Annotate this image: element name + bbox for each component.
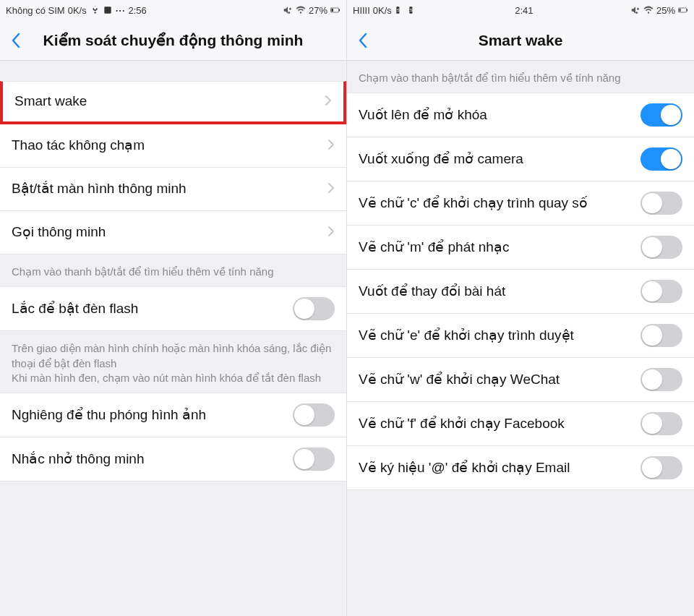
toggle-row-shake-flash[interactable]: Lắc để bật đèn flash xyxy=(0,286,346,331)
toggle-switch[interactable] xyxy=(641,147,682,171)
mute-icon xyxy=(630,5,641,15)
toggle-switch[interactable] xyxy=(293,297,335,320)
more-icon: ··· xyxy=(116,5,126,16)
row-label: Vẽ chữ 'm' để phát nhạc xyxy=(359,239,641,257)
toggle-row[interactable]: Vẽ ký hiệu '@' để khởi chạy Email xyxy=(347,446,694,490)
mute-icon xyxy=(283,5,293,15)
nav-row-smart-call[interactable]: Gọi thông minh xyxy=(0,211,346,254)
toggle-row[interactable]: Vuốt lên để mở khóa xyxy=(347,93,694,137)
nav-row-air-operation[interactable]: Thao tác không chạm xyxy=(0,124,346,168)
section-hint: Chạm vào thanh bật/tắt để tìm hiểu thêm … xyxy=(0,254,346,286)
row-label: Vuốt lên để mở khóa xyxy=(359,106,641,124)
row-label: Vuốt để thay đổi bài hát xyxy=(359,283,641,301)
row-label: Thao tác không chạm xyxy=(12,137,327,155)
battery-icon xyxy=(330,5,340,15)
row-label: Vuốt xuống để mở camera xyxy=(359,150,641,168)
row-label: Vẽ chữ 'w' để khởi chạy WeChat xyxy=(359,371,641,389)
section-hint: Chạm vào thanh bật/tắt để tìm hiểu thêm … xyxy=(347,61,694,93)
toggle-row[interactable]: Vẽ chữ 'w' để khởi chạy WeChat xyxy=(347,358,694,402)
toggle-row[interactable]: Vuốt để thay đổi bài hát xyxy=(347,270,694,314)
toggle-switch[interactable] xyxy=(641,456,682,479)
toggle-switch[interactable] xyxy=(641,412,682,435)
row-label: Gọi thông minh xyxy=(12,223,327,241)
toggle-switch[interactable] xyxy=(641,324,682,347)
toggle-switch[interactable] xyxy=(641,192,682,215)
chevron-right-icon xyxy=(325,94,332,110)
navbar-left: Kiểm soát chuyển động thông minh xyxy=(0,20,346,61)
row-label: Vẽ chữ 'e' để khởi chạy trình duyệt xyxy=(359,327,641,345)
card-icon: S xyxy=(395,5,405,15)
row-label: Nghiêng để thu phóng hình ảnh xyxy=(12,406,293,424)
content-right: Chạm vào thanh bật/tắt để tìm hiểu thêm … xyxy=(347,61,694,616)
content-left: Smart wake Thao tác không chạm Bật/tắt m… xyxy=(0,61,346,616)
row-label: Bật/tắt màn hình thông minh xyxy=(12,180,327,198)
svg-text:S: S xyxy=(397,8,400,12)
svg-rect-10 xyxy=(679,9,680,12)
toggle-row[interactable]: Vẽ chữ 'e' để khởi chạy trình duyệt xyxy=(347,314,694,358)
net-speed: 0K/s xyxy=(68,5,87,16)
toggle-switch[interactable] xyxy=(293,448,335,471)
toggle-switch[interactable] xyxy=(293,403,335,427)
wifi-icon xyxy=(296,5,306,15)
toggle-switch[interactable] xyxy=(641,103,682,127)
row-label: Nhắc nhở thông minh xyxy=(12,450,293,469)
svg-rect-2 xyxy=(339,9,340,12)
row-label: Vẽ chữ 'f' để khởi chạy Facebook xyxy=(359,415,641,433)
section-hint: Trên giao diện màn hình chính hoặc màn h… xyxy=(0,331,346,393)
wifi-icon xyxy=(643,5,654,15)
page-title: Kiểm soát chuyển động thông minh xyxy=(0,32,346,49)
nav-row-smart-wake[interactable]: Smart wake xyxy=(0,81,346,124)
status-bar-right: HIIII 0K/s S S 2:41 25% xyxy=(347,0,694,20)
nav-row-smart-screen[interactable]: Bật/tắt màn hình thông minh xyxy=(0,168,346,211)
toggle-row-tilt-zoom[interactable]: Nghiêng để thu phóng hình ảnh xyxy=(0,393,346,437)
battery-percent: 27% xyxy=(309,5,327,16)
chevron-right-icon xyxy=(327,225,335,241)
svg-text:S: S xyxy=(410,8,413,12)
carrier-text: Không có SIM xyxy=(6,5,65,16)
toggle-row[interactable]: Vẽ chữ 'c' để khởi chạy trình quay số xyxy=(347,181,694,226)
chevron-right-icon xyxy=(327,138,335,154)
card-icon: S xyxy=(408,5,418,15)
usb-icon xyxy=(90,5,100,15)
page-title: Smart wake xyxy=(347,32,694,49)
phone-left: Không có SIM 0K/s ··· 2:56 27% xyxy=(0,0,347,616)
svg-rect-3 xyxy=(332,9,334,12)
back-button[interactable] xyxy=(347,20,379,61)
row-label: Vẽ ký hiệu '@' để khởi chạy Email xyxy=(359,459,641,477)
carrier-text: HIIII xyxy=(353,5,370,16)
row-label: Vẽ chữ 'c' để khởi chạy trình quay số xyxy=(359,194,641,213)
battery-percent: 25% xyxy=(656,5,675,16)
toggle-row[interactable]: Vuốt xuống để mở camera xyxy=(347,137,694,181)
toggle-row[interactable]: Vẽ chữ 'f' để khởi chạy Facebook xyxy=(347,402,694,446)
battery-icon xyxy=(678,5,688,15)
clock-text: 2:56 xyxy=(129,5,147,16)
net-speed: 0K/s xyxy=(373,5,392,16)
toggle-switch[interactable] xyxy=(641,236,682,259)
phone-right: HIIII 0K/s S S 2:41 25% Smar xyxy=(347,0,694,616)
navbar-right: Smart wake xyxy=(347,20,694,61)
clock-text: 2:41 xyxy=(515,5,533,16)
row-label: Smart wake xyxy=(14,93,325,111)
status-bar-left: Không có SIM 0K/s ··· 2:56 27% xyxy=(0,0,346,20)
svg-rect-9 xyxy=(687,9,687,12)
back-button[interactable] xyxy=(0,20,32,61)
row-label: Lắc để bật đèn flash xyxy=(12,300,293,318)
toggle-row-smart-remind[interactable]: Nhắc nhở thông minh xyxy=(0,437,346,482)
toggle-switch[interactable] xyxy=(641,368,682,391)
toggle-switch[interactable] xyxy=(641,280,682,303)
card-icon xyxy=(103,5,113,15)
chevron-right-icon xyxy=(327,181,335,197)
svg-rect-0 xyxy=(104,7,111,13)
toggle-row[interactable]: Vẽ chữ 'm' để phát nhạc xyxy=(347,226,694,270)
